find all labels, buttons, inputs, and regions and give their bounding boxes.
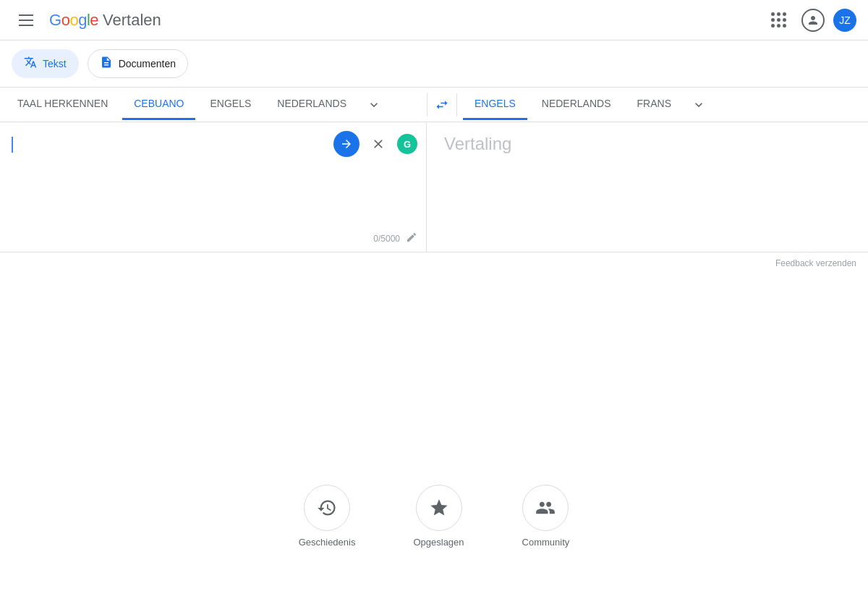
tab-tekst-label: Tekst — [43, 58, 67, 69]
history-item[interactable]: Geschiedenis — [299, 485, 356, 548]
document-icon — [100, 56, 113, 72]
language-bar: TAAL HERKENNEN CEBUANO ENGELS NEDERLANDS… — [0, 88, 868, 122]
translate-button[interactable] — [333, 131, 359, 157]
clear-button[interactable] — [365, 131, 391, 157]
edit-button[interactable] — [406, 231, 417, 246]
lang-tab-engels-target[interactable]: ENGELS — [463, 89, 527, 120]
avatar[interactable]: JZ — [833, 9, 856, 32]
account-button[interactable] — [799, 6, 827, 35]
translation-area: G 0/5000 Vertaling — [0, 122, 868, 252]
swap-languages-button[interactable] — [427, 90, 456, 119]
account-icon — [801, 9, 825, 32]
people-icon — [535, 498, 556, 518]
tab-documenten-label: Documenten — [119, 58, 176, 69]
target-lang-bar: ENGELS NEDERLANDS FRANS — [457, 89, 868, 120]
char-count: 0/5000 — [373, 234, 400, 244]
lang-tab-frans[interactable]: FRANS — [626, 89, 683, 120]
apps-icon — [771, 12, 786, 27]
feedback-row: Feedback verzenden — [0, 252, 868, 274]
history-label: Geschiedenis — [299, 537, 356, 548]
source-controls: G — [333, 131, 417, 157]
saved-item[interactable]: Opgeslagen — [413, 485, 464, 548]
lang-tab-cebuano[interactable]: CEBUANO — [122, 89, 195, 120]
text-cursor — [12, 137, 13, 153]
apps-button[interactable] — [764, 6, 793, 35]
tab-tekst[interactable]: Tekst — [12, 49, 79, 78]
saved-icon-circle — [416, 485, 462, 531]
target-lang-more-button[interactable] — [686, 92, 712, 118]
source-panel: G 0/5000 — [0, 122, 427, 252]
community-icon-circle — [522, 485, 569, 531]
app-name: Vertalen — [103, 11, 161, 30]
header: Google Vertalen JZ — [0, 0, 868, 41]
logo: Google Vertalen — [49, 11, 161, 30]
community-item[interactable]: Community — [522, 485, 570, 548]
history-icon-circle — [304, 485, 350, 531]
source-bottom: 0/5000 — [373, 231, 417, 246]
translation-output: Vertaling — [444, 134, 511, 153]
text-icon — [24, 56, 37, 72]
lang-tab-taal-herkennen[interactable]: TAAL HERKENNEN — [6, 89, 119, 120]
mode-tabs: Tekst Documenten — [0, 41, 868, 88]
saved-label: Opgeslagen — [413, 537, 464, 548]
bottom-icons-area: Geschiedenis Opgeslagen Community — [0, 485, 868, 548]
star-icon — [429, 498, 449, 518]
menu-button[interactable] — [12, 6, 41, 35]
header-right: JZ — [764, 6, 856, 35]
target-panel: Vertaling — [427, 122, 868, 252]
google-logo: Google — [49, 11, 98, 30]
grammarly-button[interactable]: G — [397, 134, 417, 154]
lang-tab-engels-source[interactable]: ENGELS — [198, 89, 263, 120]
header-left: Google Vertalen — [12, 6, 161, 35]
lang-tab-nederlands-target[interactable]: NEDERLANDS — [530, 89, 623, 120]
feedback-link[interactable]: Feedback verzenden — [775, 258, 856, 268]
source-lang-bar: TAAL HERKENNEN CEBUANO ENGELS NEDERLANDS — [0, 89, 427, 120]
history-icon — [317, 498, 337, 518]
source-lang-more-button[interactable] — [361, 92, 387, 118]
tab-documenten[interactable]: Documenten — [88, 49, 188, 78]
lang-tab-nederlands-source[interactable]: NEDERLANDS — [265, 89, 358, 120]
community-label: Community — [522, 537, 570, 548]
